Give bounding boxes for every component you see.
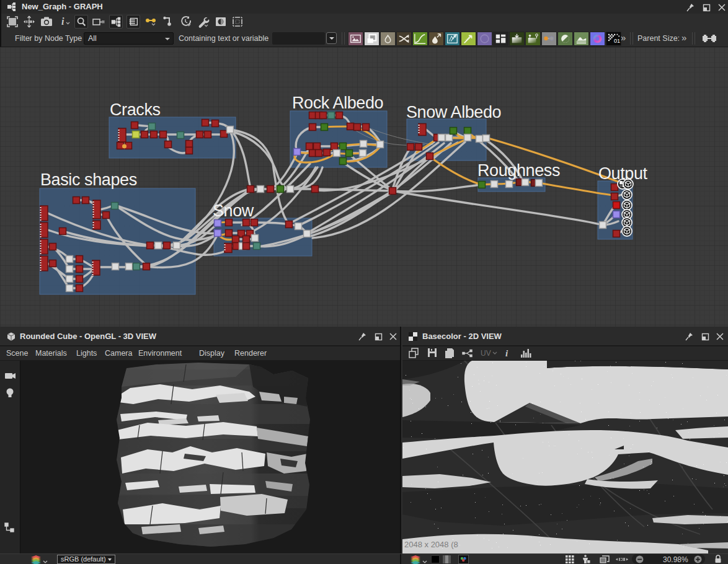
svg-text:Roughness: Roughness (477, 161, 560, 180)
svg-text:Cracks: Cracks (110, 100, 161, 119)
svg-text:i: i (505, 348, 508, 358)
svg-text:UV: UV (481, 349, 491, 358)
svg-text:Snow: Snow (213, 201, 254, 220)
svg-text:Rock Albedo: Rock Albedo (292, 94, 383, 112)
svg-text:2048 x 2048 (8: 2048 x 2048 (8 (404, 540, 458, 549)
svg-text:Snow Albedo: Snow Albedo (406, 103, 501, 121)
svg-text:i: i (61, 16, 64, 27)
svg-text:01: 01 (614, 38, 620, 44)
svg-text:Basic shapes: Basic shapes (40, 170, 137, 189)
